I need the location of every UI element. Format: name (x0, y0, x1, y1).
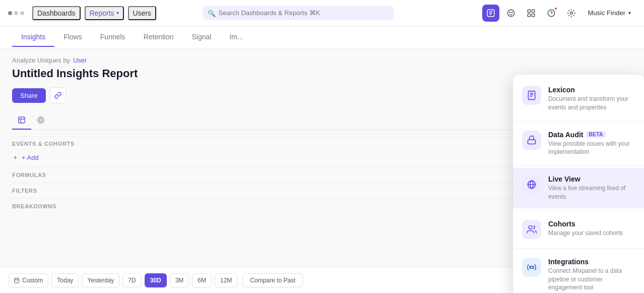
cohorts-title: Cohorts (548, 220, 623, 228)
add-icon: ＋ (12, 153, 19, 162)
svg-point-28 (531, 266, 533, 268)
integrations-text: Integrations Connect Mixpanel to a data … (548, 258, 635, 292)
custom-label: Custom (22, 277, 43, 284)
nav-dots (8, 11, 24, 15)
add-label: + Add (22, 154, 39, 161)
integrations-desc: Connect Mixpanel to a data pipeline or c… (548, 267, 635, 292)
divider-3 (513, 210, 644, 211)
settings-icon (567, 9, 576, 18)
data-audit-text: Data Audit BETA View possible issues wit… (548, 131, 635, 157)
30d-btn[interactable]: 30D (145, 273, 167, 287)
menu-item-cohorts[interactable]: Cohorts Manage your saved cohorts (513, 213, 644, 246)
view-tab-chart[interactable] (12, 111, 31, 130)
tab-funnels[interactable]: Funnels (91, 28, 135, 47)
dropdown-menu: Lexicon Document and transform your even… (513, 75, 644, 293)
workspace-chevron-icon: ▾ (628, 10, 631, 16)
tab-flows[interactable]: Flows (54, 28, 91, 47)
lexicon-desc: Document and transform your events and p… (548, 95, 635, 112)
data-audit-desc: View possible issues with your implement… (548, 140, 635, 157)
analyze-label: Analyze Uniques by (12, 56, 70, 64)
integrations-title: Integrations (548, 258, 635, 266)
svg-point-14 (39, 119, 42, 121)
svg-point-9 (570, 12, 572, 14)
divider-4 (513, 248, 644, 249)
svg-point-15 (38, 117, 44, 123)
settings-icon-btn[interactable] (563, 5, 580, 22)
lexicon-text: Lexicon Document and transform your even… (548, 86, 635, 112)
today-btn[interactable]: Today (51, 273, 79, 287)
nav-dot-2 (14, 11, 18, 15)
svg-point-3 (511, 12, 512, 13)
nav-right: Music Finder ▾ (482, 5, 636, 22)
nav-reports[interactable]: Reports ▾ (85, 6, 124, 20)
help-icon-btn[interactable] (543, 5, 560, 22)
notif-dot (554, 7, 558, 11)
share-button[interactable]: Share (12, 88, 46, 103)
chart-icon (18, 116, 26, 124)
live-view-text: Live View View a live streaming feed of … (548, 175, 635, 201)
nav-dashboards[interactable]: Dashboards (32, 6, 81, 20)
grid-icon (527, 9, 536, 18)
live-view-icon (522, 175, 541, 194)
workspace-btn[interactable]: Music Finder ▾ (583, 7, 636, 19)
12m-btn[interactable]: 12M (215, 273, 237, 287)
sub-nav: Insights Flows Funnels Retention Signal … (0, 26, 644, 48)
cohorts-icon (522, 220, 541, 239)
tab-signal[interactable]: Signal (183, 28, 221, 47)
search-input[interactable] (203, 6, 394, 20)
breakdowns-label: BREAKDOWNS (12, 203, 56, 209)
workspace-label: Music Finder (588, 9, 625, 17)
6m-btn[interactable]: 6M (192, 273, 212, 287)
filters-label: FILTERS (12, 188, 37, 194)
lexicon-icon (522, 86, 541, 105)
link-icon (54, 92, 61, 99)
data-audit-title: Data Audit BETA (548, 131, 635, 139)
live-view-desc: View a live streaming feed of events (548, 184, 635, 201)
svg-rect-13 (19, 117, 25, 123)
integrations-icon (522, 258, 541, 277)
chevron-down-icon: ▾ (116, 10, 119, 16)
svg-rect-24 (528, 140, 536, 144)
tab-retention[interactable]: Retention (135, 28, 183, 47)
3m-btn[interactable]: 3M (170, 273, 189, 287)
svg-rect-4 (528, 10, 530, 12)
nav-reports-label: Reports (90, 9, 114, 17)
main-content: Analyze Uniques by User Untitled Insight… (0, 48, 644, 293)
yesterday-btn[interactable]: Yesterday (82, 273, 119, 287)
7d-btn[interactable]: 7D (122, 273, 141, 287)
divider-1 (513, 121, 644, 122)
calendar-icon (14, 277, 20, 283)
analyze-by-value[interactable]: User (73, 56, 87, 64)
table-icon (37, 116, 45, 124)
formulas-label: FORMULAS (12, 172, 46, 178)
menu-item-lexicon[interactable]: Lexicon Document and transform your even… (513, 79, 644, 119)
svg-rect-5 (532, 10, 534, 12)
reports-icon-btn[interactable] (482, 5, 499, 22)
tab-more[interactable]: Im... (220, 28, 252, 47)
beta-badge: BETA (586, 131, 605, 138)
cohorts-desc: Manage your saved cohorts (548, 229, 623, 238)
divider-2 (513, 165, 644, 166)
data-audit-icon (522, 131, 541, 150)
analyze-row: Analyze Uniques by User (12, 56, 632, 64)
nav-dot-1 (8, 11, 12, 15)
grid-icon-btn[interactable] (523, 5, 540, 22)
svg-point-27 (529, 225, 532, 229)
svg-rect-7 (532, 14, 534, 16)
face-icon-btn[interactable] (502, 5, 520, 22)
menu-item-data-audit[interactable]: Data Audit BETA View possible issues wit… (513, 124, 644, 164)
tab-insights[interactable]: Insights (12, 28, 54, 47)
live-view-title: Live View (548, 175, 635, 183)
search-wrapper: 🔍 (203, 6, 394, 20)
nav-users[interactable]: Users (128, 6, 157, 20)
view-tab-table[interactable] (31, 111, 50, 130)
svg-rect-16 (15, 278, 19, 283)
menu-item-live-view[interactable]: Live View View a live streaming feed of … (513, 168, 644, 208)
face-icon (506, 9, 516, 18)
menu-item-integrations[interactable]: Integrations Connect Mixpanel to a data … (513, 251, 644, 293)
cohorts-text: Cohorts Manage your saved cohorts (548, 220, 623, 238)
link-icon-btn[interactable] (50, 87, 66, 103)
custom-date-btn[interactable]: Custom (8, 273, 48, 287)
compare-btn[interactable]: Compare to Past (242, 273, 303, 287)
svg-rect-6 (528, 14, 530, 16)
